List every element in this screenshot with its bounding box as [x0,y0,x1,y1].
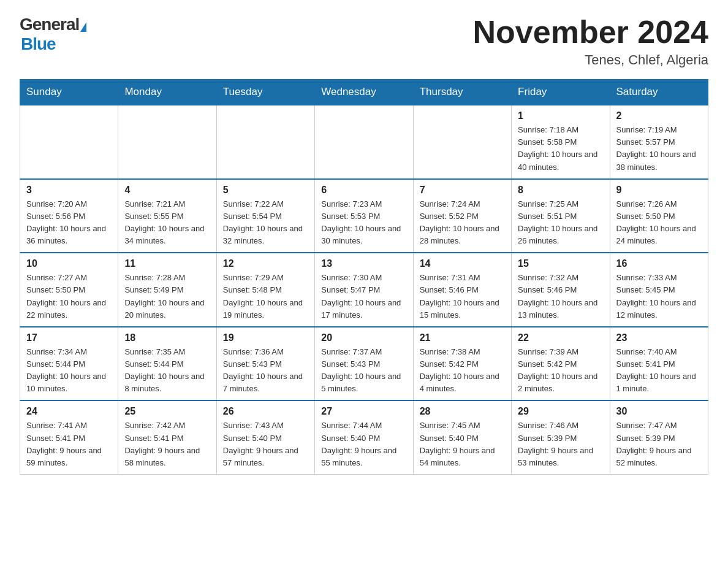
table-row [413,105,511,179]
day-info: Sunrise: 7:26 AMSunset: 5:50 PMDaylight:… [616,198,702,248]
day-info: Sunrise: 7:39 AMSunset: 5:42 PMDaylight:… [518,346,603,396]
day-number: 5 [223,185,308,196]
table-row: 25Sunrise: 7:42 AMSunset: 5:41 PMDayligh… [118,400,216,474]
day-info: Sunrise: 7:19 AMSunset: 5:57 PMDaylight:… [616,124,702,174]
day-number: 6 [321,185,406,196]
day-info: Sunrise: 7:32 AMSunset: 5:46 PMDaylight:… [518,272,603,321]
table-row: 22Sunrise: 7:39 AMSunset: 5:42 PMDayligh… [512,327,610,401]
header-saturday: Saturday [610,80,708,105]
day-info: Sunrise: 7:18 AMSunset: 5:58 PMDaylight:… [518,124,603,174]
table-row: 27Sunrise: 7:44 AMSunset: 5:40 PMDayligh… [315,400,413,474]
day-number: 11 [124,258,210,269]
day-info: Sunrise: 7:22 AMSunset: 5:54 PMDaylight:… [223,198,308,248]
day-info: Sunrise: 7:45 AMSunset: 5:40 PMDaylight:… [420,419,505,469]
day-info: Sunrise: 7:23 AMSunset: 5:53 PMDaylight:… [321,198,406,248]
day-info: Sunrise: 7:31 AMSunset: 5:46 PMDaylight:… [420,272,505,321]
day-number: 2 [616,110,702,121]
day-number: 29 [518,406,603,417]
day-number: 21 [420,332,505,343]
title-block: November 2024 Tenes, Chlef, Algeria [473,15,708,68]
month-title: November 2024 [473,15,708,50]
day-number: 25 [124,406,210,417]
day-info: Sunrise: 7:29 AMSunset: 5:48 PMDaylight:… [223,272,308,321]
calendar-week-row: 10Sunrise: 7:27 AMSunset: 5:50 PMDayligh… [20,253,708,327]
header-monday: Monday [118,80,216,105]
page-header: General Blue November 2024 Tenes, Chlef,… [20,15,708,68]
day-number: 15 [518,258,603,269]
calendar-table: Sunday Monday Tuesday Wednesday Thursday… [20,79,708,475]
calendar-body: 1Sunrise: 7:18 AMSunset: 5:58 PMDaylight… [20,105,708,474]
day-info: Sunrise: 7:34 AMSunset: 5:44 PMDaylight:… [26,346,112,396]
day-number: 28 [420,406,505,417]
table-row: 12Sunrise: 7:29 AMSunset: 5:48 PMDayligh… [216,253,314,327]
day-number: 27 [321,406,406,417]
day-info: Sunrise: 7:24 AMSunset: 5:52 PMDaylight:… [420,198,505,248]
table-row: 8Sunrise: 7:25 AMSunset: 5:51 PMDaylight… [512,179,610,253]
table-row: 9Sunrise: 7:26 AMSunset: 5:50 PMDaylight… [610,179,708,253]
calendar-week-row: 3Sunrise: 7:20 AMSunset: 5:56 PMDaylight… [20,179,708,253]
table-row: 13Sunrise: 7:30 AMSunset: 5:47 PMDayligh… [315,253,413,327]
day-number: 16 [616,258,702,269]
table-row: 3Sunrise: 7:20 AMSunset: 5:56 PMDaylight… [20,179,118,253]
table-row: 4Sunrise: 7:21 AMSunset: 5:55 PMDaylight… [118,179,216,253]
day-info: Sunrise: 7:21 AMSunset: 5:55 PMDaylight:… [124,198,210,248]
table-row: 19Sunrise: 7:36 AMSunset: 5:43 PMDayligh… [216,327,314,401]
day-number: 22 [518,332,603,343]
day-info: Sunrise: 7:44 AMSunset: 5:40 PMDaylight:… [321,419,406,469]
header-tuesday: Tuesday [216,80,314,105]
day-info: Sunrise: 7:42 AMSunset: 5:41 PMDaylight:… [124,419,210,469]
table-row: 26Sunrise: 7:43 AMSunset: 5:40 PMDayligh… [216,400,314,474]
day-number: 23 [616,332,702,343]
location-label: Tenes, Chlef, Algeria [473,52,708,68]
table-row: 16Sunrise: 7:33 AMSunset: 5:45 PMDayligh… [610,253,708,327]
day-number: 19 [223,332,308,343]
day-info: Sunrise: 7:33 AMSunset: 5:45 PMDaylight:… [616,272,702,321]
table-row: 6Sunrise: 7:23 AMSunset: 5:53 PMDaylight… [315,179,413,253]
day-info: Sunrise: 7:30 AMSunset: 5:47 PMDaylight:… [321,272,406,321]
header-friday: Friday [512,80,610,105]
table-row: 2Sunrise: 7:19 AMSunset: 5:57 PMDaylight… [610,105,708,179]
calendar-week-row: 24Sunrise: 7:41 AMSunset: 5:41 PMDayligh… [20,400,708,474]
day-number: 3 [26,185,112,196]
day-number: 10 [26,258,112,269]
day-info: Sunrise: 7:46 AMSunset: 5:39 PMDaylight:… [518,419,603,469]
header-thursday: Thursday [413,80,511,105]
day-number: 7 [420,185,505,196]
header-wednesday: Wednesday [315,80,413,105]
table-row [118,105,216,179]
logo: General Blue [20,15,86,54]
table-row: 10Sunrise: 7:27 AMSunset: 5:50 PMDayligh… [20,253,118,327]
table-row: 18Sunrise: 7:35 AMSunset: 5:44 PMDayligh… [118,327,216,401]
logo-triangle-icon [80,22,86,32]
table-row [315,105,413,179]
day-number: 26 [223,406,308,417]
table-row: 30Sunrise: 7:47 AMSunset: 5:39 PMDayligh… [610,400,708,474]
table-row: 17Sunrise: 7:34 AMSunset: 5:44 PMDayligh… [20,327,118,401]
day-number: 13 [321,258,406,269]
weekday-header-row: Sunday Monday Tuesday Wednesday Thursday… [20,80,708,105]
table-row: 11Sunrise: 7:28 AMSunset: 5:49 PMDayligh… [118,253,216,327]
day-number: 18 [124,332,210,343]
day-number: 4 [124,185,210,196]
day-number: 30 [616,406,702,417]
day-info: Sunrise: 7:47 AMSunset: 5:39 PMDaylight:… [616,419,702,469]
table-row: 1Sunrise: 7:18 AMSunset: 5:58 PMDaylight… [512,105,610,179]
table-row: 21Sunrise: 7:38 AMSunset: 5:42 PMDayligh… [413,327,511,401]
day-number: 14 [420,258,505,269]
day-info: Sunrise: 7:25 AMSunset: 5:51 PMDaylight:… [518,198,603,248]
day-number: 9 [616,185,702,196]
day-number: 24 [26,406,112,417]
day-number: 8 [518,185,603,196]
header-sunday: Sunday [20,80,118,105]
day-info: Sunrise: 7:40 AMSunset: 5:41 PMDaylight:… [616,346,702,396]
day-number: 1 [518,110,603,121]
day-info: Sunrise: 7:37 AMSunset: 5:43 PMDaylight:… [321,346,406,396]
day-info: Sunrise: 7:38 AMSunset: 5:42 PMDaylight:… [420,346,505,396]
table-row: 15Sunrise: 7:32 AMSunset: 5:46 PMDayligh… [512,253,610,327]
day-info: Sunrise: 7:36 AMSunset: 5:43 PMDaylight:… [223,346,308,396]
table-row: 24Sunrise: 7:41 AMSunset: 5:41 PMDayligh… [20,400,118,474]
day-info: Sunrise: 7:41 AMSunset: 5:41 PMDaylight:… [26,419,112,469]
day-info: Sunrise: 7:35 AMSunset: 5:44 PMDaylight:… [124,346,210,396]
table-row: 28Sunrise: 7:45 AMSunset: 5:40 PMDayligh… [413,400,511,474]
logo-general-text: General [20,15,79,34]
